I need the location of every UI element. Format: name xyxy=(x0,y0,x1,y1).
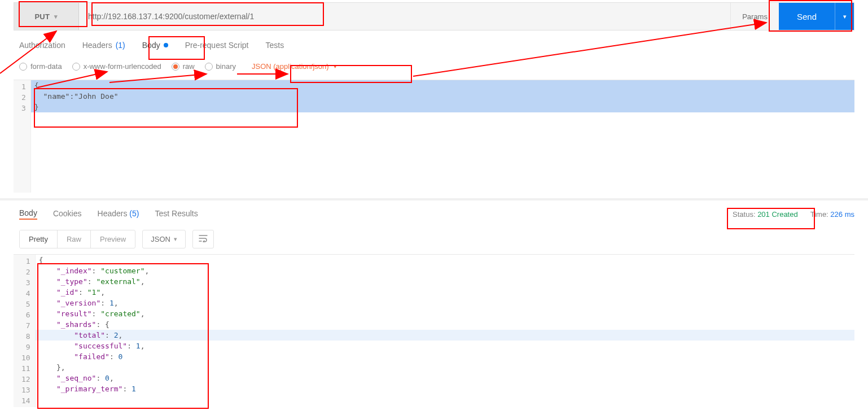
line-num: 10 xyxy=(21,352,30,363)
radio-label: raw xyxy=(183,62,195,71)
code-line: "_shards": { xyxy=(36,319,854,330)
body-type-raw[interactable]: raw xyxy=(172,62,195,71)
line-num: 1 xyxy=(21,81,26,92)
request-tabs: Authorization Headers (1) Body Pre-reque… xyxy=(0,30,868,55)
send-button[interactable]: Send xyxy=(779,3,835,30)
chevron-down-icon: ▾ xyxy=(174,235,177,243)
editor-gutter: 1 2 3 4 5 6 7 8 9 10 11 12 13 14 xyxy=(14,255,36,407)
body-type-formdata[interactable]: form-data xyxy=(19,62,62,71)
response-meta: Status: 201 Created Time: 226 ms xyxy=(733,210,854,219)
code-line: "failed": 0 xyxy=(36,351,854,362)
tab-label: Cookies xyxy=(53,209,82,218)
code-line: "_version": 1, xyxy=(36,298,854,308)
radio-label: binary xyxy=(216,62,236,71)
wrap-lines-button[interactable] xyxy=(192,230,214,248)
line-num: 13 xyxy=(21,385,30,395)
params-button[interactable]: Params xyxy=(730,3,779,30)
chevron-down-icon: ▾ xyxy=(334,63,337,70)
tab-label: Tests xyxy=(266,41,284,50)
status-label: Status: 201 Created xyxy=(733,210,798,219)
editor-gutter: 1 2 3 xyxy=(14,80,31,193)
tab-tests[interactable]: Tests xyxy=(266,41,284,52)
response-bar: Body Cookies Headers (5) Test Results St… xyxy=(0,198,868,225)
line-num: 6 xyxy=(21,309,30,320)
editor-code[interactable]: { "name":"John Doe" } xyxy=(31,80,854,193)
code-line: "name":"John Doe" xyxy=(31,91,854,102)
line-num: 14 xyxy=(21,395,30,406)
response-lang-select[interactable]: JSON ▾ xyxy=(142,230,186,248)
send-dropdown-button[interactable]: ▾ xyxy=(835,3,854,30)
http-method-select[interactable]: PUT ▾ xyxy=(14,3,79,30)
code-line: "result": "created", xyxy=(36,308,854,319)
tab-label: Pre-request Script xyxy=(185,41,249,50)
label: Status: xyxy=(733,210,755,219)
code-line: "successful": 1, xyxy=(36,341,854,351)
radio-label: form-data xyxy=(30,62,62,71)
line-num: 11 xyxy=(21,363,30,374)
viewmode-preview[interactable]: Preview xyxy=(91,230,135,248)
request-url-input[interactable] xyxy=(79,3,730,30)
editor-code[interactable]: { "_index": "customer", "_type": "extern… xyxy=(36,255,854,407)
content-type-select[interactable]: JSON (application/json) ▾ xyxy=(246,60,343,73)
line-num: 2 xyxy=(21,92,26,103)
line-num: 5 xyxy=(21,299,30,309)
line-num: 3 xyxy=(21,103,26,114)
tab-count: (5) xyxy=(129,209,139,218)
status-value: 201 Created xyxy=(757,210,798,219)
tab-label: Headers xyxy=(82,41,112,50)
tab-count: (1) xyxy=(116,41,125,50)
content-type-value: JSON (application/json) xyxy=(252,62,329,71)
line-num: 8 xyxy=(21,331,30,342)
tab-label: Body xyxy=(19,208,37,217)
radio-icon xyxy=(72,63,80,71)
radio-label: x-www-form-urlencoded xyxy=(84,62,161,71)
request-bar: PUT ▾ Params Send ▾ xyxy=(14,2,854,30)
code-line: "_primary_term": 1 xyxy=(36,383,854,394)
viewmode-pretty[interactable]: Pretty xyxy=(20,230,58,248)
label: Time: xyxy=(810,210,828,219)
wrap-icon xyxy=(199,234,208,242)
body-type-binary[interactable]: binary xyxy=(205,62,236,71)
line-num: 7 xyxy=(21,320,30,331)
resp-tab-headers[interactable]: Headers (5) xyxy=(98,209,139,219)
code-line: { xyxy=(31,80,854,91)
request-body-editor[interactable]: 1 2 3 { "name":"John Doe" } xyxy=(14,80,854,193)
response-body-editor[interactable]: 1 2 3 4 5 6 7 8 9 10 11 12 13 14 { "_ind… xyxy=(14,254,854,407)
tab-label: Authorization xyxy=(19,41,65,50)
radio-icon xyxy=(19,63,27,71)
line-num: 3 xyxy=(21,277,30,288)
code-line: "_index": "customer", xyxy=(36,265,854,276)
code-line: { xyxy=(36,255,854,265)
resp-tab-testresults[interactable]: Test Results xyxy=(155,209,198,219)
time-label: Time: 226 ms xyxy=(810,210,854,219)
body-type-urlencoded[interactable]: x-www-form-urlencoded xyxy=(72,62,161,71)
dot-icon xyxy=(164,43,168,47)
tab-prerequest[interactable]: Pre-request Script xyxy=(185,41,249,52)
tab-label: Test Results xyxy=(155,209,198,218)
response-controls: Pretty Raw Preview JSON ▾ xyxy=(0,225,868,254)
lang-value: JSON xyxy=(151,235,170,243)
tab-authorization[interactable]: Authorization xyxy=(19,41,65,52)
chevron-down-icon: ▾ xyxy=(54,13,58,20)
tab-headers[interactable]: Headers (1) xyxy=(82,41,125,52)
line-num: 9 xyxy=(21,342,30,352)
radio-icon xyxy=(205,63,213,71)
viewmode-raw[interactable]: Raw xyxy=(58,230,91,248)
line-num: 2 xyxy=(21,267,30,277)
time-value: 226 ms xyxy=(830,210,854,219)
line-num: 12 xyxy=(21,374,30,385)
resp-tab-body[interactable]: Body xyxy=(19,208,37,220)
code-line: "total": 2, xyxy=(36,330,854,341)
line-num: 1 xyxy=(21,256,30,267)
code-line: "_type": "external", xyxy=(36,276,854,287)
tab-body[interactable]: Body xyxy=(142,41,168,52)
code-line: "_id": "1", xyxy=(36,287,854,298)
tab-label: Body xyxy=(142,41,160,50)
code-line: }, xyxy=(36,362,854,373)
body-type-row: form-data x-www-form-urlencoded raw bina… xyxy=(0,55,868,80)
response-tabs: Body Cookies Headers (5) Test Results xyxy=(19,203,198,225)
resp-tab-cookies[interactable]: Cookies xyxy=(53,209,82,219)
tab-label: Headers xyxy=(98,209,128,218)
line-num: 4 xyxy=(21,288,30,299)
view-mode-group: Pretty Raw Preview xyxy=(19,230,135,248)
